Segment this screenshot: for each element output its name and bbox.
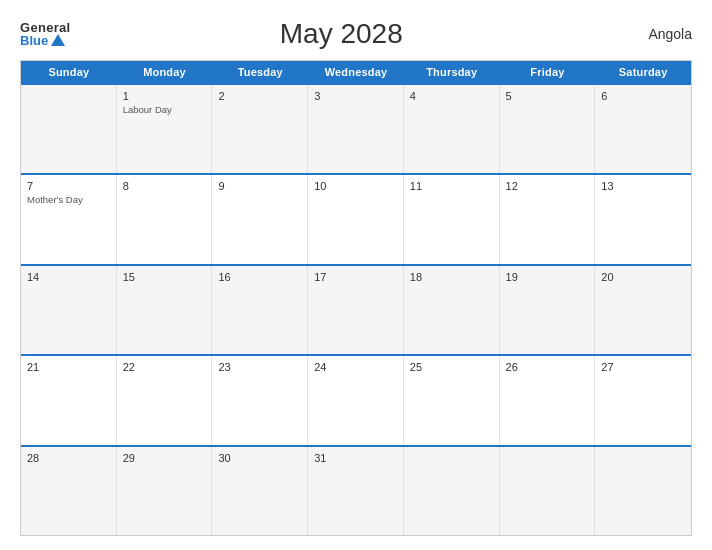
day-cell: 15 xyxy=(117,266,213,354)
week-row-3: 14151617181920 xyxy=(21,264,691,354)
day-cell: 18 xyxy=(404,266,500,354)
header: General Blue May 2028 Angola xyxy=(20,18,692,50)
day-cell xyxy=(595,447,691,535)
day-number: 31 xyxy=(314,452,397,464)
day-cell: 11 xyxy=(404,175,500,263)
logo-triangle-icon xyxy=(51,34,65,46)
weeks: 1Labour Day234567Mother's Day89101112131… xyxy=(21,83,691,535)
day-event: Labour Day xyxy=(123,104,206,115)
country-label: Angola xyxy=(612,26,692,42)
day-number: 12 xyxy=(506,180,589,192)
day-number: 3 xyxy=(314,90,397,102)
day-cell: 23 xyxy=(212,356,308,444)
day-header-thursday: Thursday xyxy=(404,61,500,83)
calendar: SundayMondayTuesdayWednesdayThursdayFrid… xyxy=(20,60,692,536)
day-header-tuesday: Tuesday xyxy=(212,61,308,83)
day-number: 22 xyxy=(123,361,206,373)
day-number: 9 xyxy=(218,180,301,192)
day-number: 20 xyxy=(601,271,685,283)
day-number: 16 xyxy=(218,271,301,283)
day-number: 11 xyxy=(410,180,493,192)
day-cell: 28 xyxy=(21,447,117,535)
day-number: 24 xyxy=(314,361,397,373)
day-number: 27 xyxy=(601,361,685,373)
week-row-1: 1Labour Day23456 xyxy=(21,83,691,173)
day-cell: 7Mother's Day xyxy=(21,175,117,263)
day-cell: 8 xyxy=(117,175,213,263)
page: General Blue May 2028 Angola SundayMonda… xyxy=(0,0,712,550)
day-cell: 29 xyxy=(117,447,213,535)
day-cell: 21 xyxy=(21,356,117,444)
day-cell: 20 xyxy=(595,266,691,354)
week-row-4: 21222324252627 xyxy=(21,354,691,444)
day-header-saturday: Saturday xyxy=(595,61,691,83)
day-cell: 24 xyxy=(308,356,404,444)
day-number: 13 xyxy=(601,180,685,192)
day-number: 15 xyxy=(123,271,206,283)
day-number: 29 xyxy=(123,452,206,464)
day-cell xyxy=(500,447,596,535)
day-number: 18 xyxy=(410,271,493,283)
day-cell: 30 xyxy=(212,447,308,535)
day-cell: 3 xyxy=(308,85,404,173)
week-row-5: 28293031 xyxy=(21,445,691,535)
day-header-sunday: Sunday xyxy=(21,61,117,83)
day-cell: 1Labour Day xyxy=(117,85,213,173)
day-cell: 26 xyxy=(500,356,596,444)
day-cell: 4 xyxy=(404,85,500,173)
day-number: 17 xyxy=(314,271,397,283)
day-event: Mother's Day xyxy=(27,194,110,205)
calendar-title: May 2028 xyxy=(71,18,612,50)
day-number: 28 xyxy=(27,452,110,464)
day-cell: 19 xyxy=(500,266,596,354)
day-number: 25 xyxy=(410,361,493,373)
day-cell: 10 xyxy=(308,175,404,263)
day-cell: 14 xyxy=(21,266,117,354)
day-number: 7 xyxy=(27,180,110,192)
day-number: 19 xyxy=(506,271,589,283)
day-number: 2 xyxy=(218,90,301,102)
day-cell: 31 xyxy=(308,447,404,535)
day-cell: 6 xyxy=(595,85,691,173)
day-cell: 17 xyxy=(308,266,404,354)
day-cell: 13 xyxy=(595,175,691,263)
day-cell: 22 xyxy=(117,356,213,444)
day-cell: 27 xyxy=(595,356,691,444)
day-number: 30 xyxy=(218,452,301,464)
day-cell: 12 xyxy=(500,175,596,263)
day-number: 1 xyxy=(123,90,206,102)
day-cell: 9 xyxy=(212,175,308,263)
day-cell: 5 xyxy=(500,85,596,173)
day-number: 5 xyxy=(506,90,589,102)
day-cell: 16 xyxy=(212,266,308,354)
day-number: 14 xyxy=(27,271,110,283)
day-number: 8 xyxy=(123,180,206,192)
day-number: 4 xyxy=(410,90,493,102)
day-headers: SundayMondayTuesdayWednesdayThursdayFrid… xyxy=(21,61,691,83)
day-cell: 2 xyxy=(212,85,308,173)
day-number: 10 xyxy=(314,180,397,192)
day-cell xyxy=(404,447,500,535)
day-header-friday: Friday xyxy=(500,61,596,83)
day-cell: 25 xyxy=(404,356,500,444)
logo-blue-text: Blue xyxy=(20,34,65,47)
day-number: 26 xyxy=(506,361,589,373)
day-number: 23 xyxy=(218,361,301,373)
week-row-2: 7Mother's Day8910111213 xyxy=(21,173,691,263)
day-header-monday: Monday xyxy=(117,61,213,83)
logo: General Blue xyxy=(20,21,71,47)
day-number: 21 xyxy=(27,361,110,373)
day-cell xyxy=(21,85,117,173)
day-number: 6 xyxy=(601,90,685,102)
day-header-wednesday: Wednesday xyxy=(308,61,404,83)
